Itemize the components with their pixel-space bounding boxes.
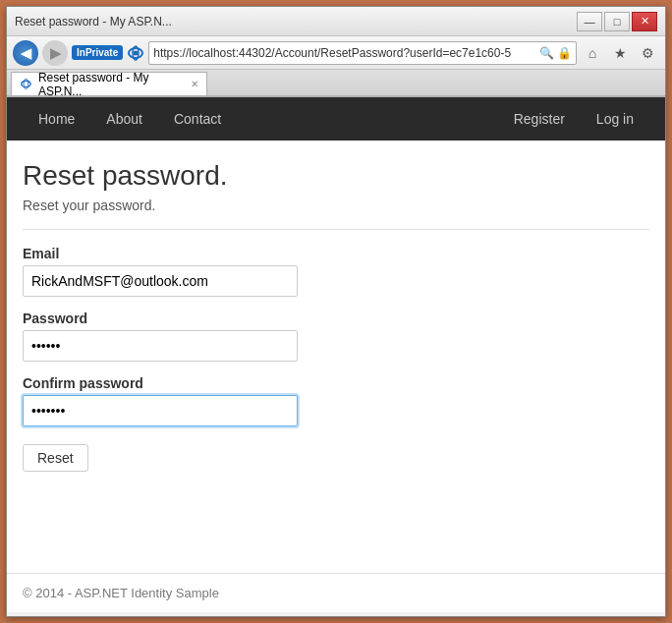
outer-frame: Reset password - My ASP.N... — □ ✕ ◀ ▶ I… bbox=[0, 0, 672, 623]
svg-point-3 bbox=[22, 81, 30, 86]
svg-point-2 bbox=[134, 50, 139, 55]
confirm-password-input[interactable] bbox=[23, 395, 298, 426]
reset-password-form: Email Password Confirm password Reset bbox=[23, 246, 649, 472]
home-icon[interactable]: ⌂ bbox=[581, 41, 604, 65]
minimize-button[interactable]: — bbox=[577, 12, 602, 31]
email-input[interactable] bbox=[23, 265, 298, 297]
browser-tab[interactable]: Reset password - My ASP.N... ✕ bbox=[11, 72, 207, 95]
page-footer: © 2014 - ASP.NET Identity Sample bbox=[7, 573, 665, 612]
tab-label: Reset password - My ASP.N... bbox=[38, 71, 183, 98]
inprivate-badge: InPrivate bbox=[72, 45, 123, 60]
email-label: Email bbox=[23, 246, 649, 261]
confirm-password-label: Confirm password bbox=[23, 375, 649, 391]
divider bbox=[23, 229, 649, 230]
footer-text: © 2014 - ASP.NET Identity Sample bbox=[23, 586, 219, 600]
site-navigation: Home About Contact Register Log in bbox=[7, 97, 665, 141]
ie-logo bbox=[127, 44, 144, 62]
back-button[interactable]: ◀ bbox=[13, 40, 38, 66]
nav-home[interactable]: Home bbox=[23, 99, 90, 139]
forward-button[interactable]: ▶ bbox=[42, 40, 68, 66]
nav-login[interactable]: Log in bbox=[581, 99, 649, 139]
address-bar: ◀ ▶ InPrivate https://localhost:44302/Ac… bbox=[7, 36, 665, 70]
settings-icon[interactable]: ⚙ bbox=[636, 41, 659, 65]
password-label: Password bbox=[23, 311, 649, 326]
maximize-button[interactable]: □ bbox=[604, 12, 630, 31]
browser-frame: Reset password - My ASP.N... — □ ✕ ◀ ▶ I… bbox=[6, 6, 666, 617]
nav-register[interactable]: Register bbox=[498, 99, 581, 139]
address-icons: 🔍 🔒 bbox=[539, 46, 572, 60]
page-subheading: Reset your password. bbox=[23, 198, 649, 213]
title-bar: Reset password - My ASP.N... — □ ✕ bbox=[7, 7, 665, 36]
nav-about[interactable]: About bbox=[90, 99, 158, 139]
favorites-icon[interactable]: ★ bbox=[608, 41, 632, 65]
title-bar-buttons: — □ ✕ bbox=[577, 12, 657, 31]
nav-links-left: Home About Contact bbox=[23, 99, 237, 139]
lock-icon: 🔒 bbox=[557, 46, 572, 60]
close-button[interactable]: ✕ bbox=[632, 12, 657, 31]
tab-favicon bbox=[20, 78, 32, 91]
main-content: Reset password. Reset your password. Ema… bbox=[7, 141, 665, 573]
title-bar-text: Reset password - My ASP.N... bbox=[15, 15, 172, 28]
nav-contact[interactable]: Contact bbox=[158, 99, 237, 139]
reset-button[interactable]: Reset bbox=[23, 444, 88, 472]
tab-close-icon[interactable]: ✕ bbox=[191, 79, 198, 89]
address-url: https://localhost:44302/Account/ResetPas… bbox=[153, 46, 535, 60]
password-input[interactable] bbox=[23, 330, 298, 362]
tab-bar: Reset password - My ASP.N... ✕ bbox=[7, 70, 665, 97]
nav-links-right: Register Log in bbox=[498, 99, 649, 139]
address-input-wrapper[interactable]: https://localhost:44302/Account/ResetPas… bbox=[148, 41, 577, 65]
search-icon: 🔍 bbox=[539, 46, 554, 60]
toolbar-icons: ⌂ ★ ⚙ bbox=[581, 41, 659, 65]
page-heading: Reset password. bbox=[23, 160, 649, 192]
confirm-password-group: Confirm password bbox=[23, 375, 649, 426]
password-group: Password bbox=[23, 311, 649, 362]
email-group: Email bbox=[23, 246, 649, 297]
